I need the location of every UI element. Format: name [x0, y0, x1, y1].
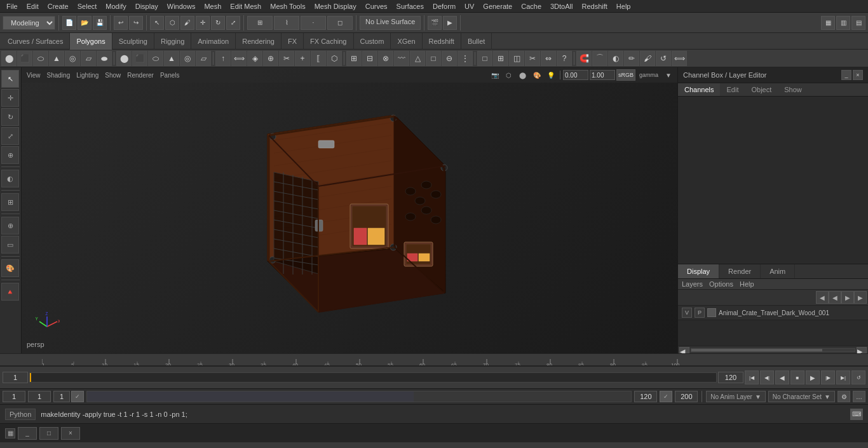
combine-btn[interactable]: ⊞: [346, 51, 362, 66]
viewport-renderer-menu[interactable]: Renderer: [125, 72, 156, 79]
select-btn[interactable]: ↖: [150, 16, 164, 30]
fill-btn[interactable]: ⬡: [327, 51, 342, 66]
subdiv-cube-btn[interactable]: ⬛: [132, 51, 147, 66]
render-btn[interactable]: 🎬: [428, 16, 442, 30]
insert-edge-btn[interactable]: +: [295, 51, 310, 66]
extrude-btn[interactable]: ↑: [215, 51, 231, 66]
menu-create[interactable]: Create: [44, 1, 72, 11]
hypershade-btn[interactable]: 🔺: [1, 283, 19, 301]
tab-fx-caching[interactable]: FX Caching: [304, 33, 353, 50]
frame-step-input[interactable]: [28, 391, 51, 402]
no-live-surface-btn[interactable]: No Live Surface: [360, 16, 421, 30]
tab-bullet[interactable]: Bullet: [461, 33, 492, 50]
lighting-btn2[interactable]: 💡: [545, 69, 557, 81]
menu-file[interactable]: File: [3, 1, 22, 11]
viewport-shading-menu[interactable]: Shading: [44, 72, 73, 79]
layer-scrollbar[interactable]: ◀ ▶: [678, 346, 868, 353]
playback-last-btn[interactable]: ▶|: [836, 370, 850, 384]
menu-deform[interactable]: Deform: [429, 1, 459, 11]
near-clip-input[interactable]: [590, 70, 615, 80]
win-close-btn[interactable]: ×: [61, 427, 80, 440]
retopo-btn[interactable]: ↺: [656, 51, 671, 66]
undo-btn[interactable]: ↩: [114, 16, 128, 30]
snap-point-btn[interactable]: ·: [301, 16, 326, 30]
disc-btn[interactable]: ⬬: [97, 51, 112, 66]
show-manip-btn[interactable]: ⊞: [1, 193, 19, 211]
viewport-lighting-menu[interactable]: Lighting: [74, 72, 101, 79]
cam-type-btn[interactable]: 📷: [489, 69, 501, 81]
merge-btn[interactable]: ⊕: [263, 51, 278, 66]
smooth-btn2[interactable]: ⬤: [517, 69, 529, 81]
options-link[interactable]: Options: [709, 280, 733, 288]
playback-back-btn[interactable]: ◀: [775, 370, 789, 384]
loop-btn[interactable]: ↺: [851, 370, 865, 384]
offset-edge-btn[interactable]: ⟦: [311, 51, 326, 66]
no-char-set-btn[interactable]: No Character Set ▼: [768, 391, 835, 402]
uv-proj-btn[interactable]: ◫: [509, 51, 524, 66]
cylinder-btn[interactable]: ⬭: [33, 51, 48, 66]
scrollbar-right-btn[interactable]: ▶: [857, 347, 867, 353]
paint-btn[interactable]: 🖌: [180, 16, 194, 30]
channels-tab[interactable]: Channels: [678, 83, 720, 96]
layers-link[interactable]: Layers: [682, 280, 703, 288]
viewport-panels-menu[interactable]: Panels: [158, 72, 182, 79]
uv-cut-btn[interactable]: ✂: [525, 51, 540, 66]
separate-btn[interactable]: ⊟: [362, 51, 377, 66]
cube-btn[interactable]: ⬛: [17, 51, 32, 66]
quad-btn[interactable]: □: [426, 51, 441, 66]
menu-uv[interactable]: UV: [461, 1, 478, 11]
deform2-btn[interactable]: ⌒: [592, 51, 607, 66]
playback-fwd-btn[interactable]: ▶: [806, 370, 820, 384]
save-scene-btn[interactable]: 💾: [93, 16, 107, 30]
layer-next2-btn[interactable]: ▶: [854, 291, 867, 304]
paint-weights-btn[interactable]: 🖌: [640, 51, 655, 66]
subdiv-torus-btn[interactable]: ◎: [180, 51, 195, 66]
bridge-btn[interactable]: ⟺: [231, 51, 247, 66]
current-frame-input[interactable]: [3, 372, 28, 383]
menu-select[interactable]: Select: [74, 1, 101, 11]
question-btn[interactable]: ?: [557, 51, 572, 66]
tab-rigging[interactable]: Rigging: [154, 33, 191, 50]
layout-btn1[interactable]: ▦: [821, 16, 835, 30]
layout-btn2[interactable]: ▥: [836, 16, 850, 30]
plane-btn[interactable]: ▱: [81, 51, 96, 66]
mirror-btn[interactable]: ⇔: [541, 51, 556, 66]
edit-tab[interactable]: Edit: [720, 83, 745, 96]
paint-effects-btn[interactable]: 🎨: [1, 259, 19, 277]
script-editor-btn[interactable]: ⌨: [850, 409, 863, 420]
menu-generate[interactable]: Generate: [479, 1, 516, 11]
layout-btn3[interactable]: ▤: [851, 16, 865, 30]
fov-input[interactable]: [563, 70, 588, 80]
viewport-view-menu[interactable]: View: [24, 72, 43, 79]
triangulate-btn[interactable]: △: [410, 51, 425, 66]
object-tab[interactable]: Object: [745, 83, 778, 96]
channel-box-close-btn[interactable]: ×: [853, 70, 863, 80]
rotate-btn[interactable]: ↻: [211, 16, 225, 30]
smooth-btn[interactable]: 〰: [394, 51, 409, 66]
color-settings-btn[interactable]: ▼: [662, 69, 675, 81]
tab-custom[interactable]: Custom: [354, 33, 391, 50]
move-tool-btn[interactable]: ✛: [1, 89, 19, 107]
menu-cache[interactable]: Cache: [517, 1, 545, 11]
menu-help[interactable]: Help: [613, 1, 635, 11]
uv-layout-btn[interactable]: ⊞: [493, 51, 508, 66]
display-tab[interactable]: Display: [678, 264, 719, 278]
menu-3dtall[interactable]: 3DtoAll: [546, 1, 576, 11]
layer-visibility-btn[interactable]: V: [682, 308, 692, 318]
scrollbar-thumb[interactable]: [691, 349, 822, 351]
menu-redshift[interactable]: Redshift: [578, 1, 611, 11]
wireframe-btn[interactable]: ⬡: [503, 69, 515, 81]
tab-sculpting[interactable]: Sculpting: [112, 33, 154, 50]
subdiv-cone-btn[interactable]: ▲: [164, 51, 179, 66]
open-scene-btn[interactable]: 📂: [78, 16, 92, 30]
layer-prev2-btn[interactable]: ◀: [829, 291, 841, 304]
playback-next-key-btn[interactable]: |▶: [821, 370, 835, 384]
lasso-btn[interactable]: ⬡: [165, 16, 179, 30]
symmesh-btn[interactable]: ⟺: [672, 51, 687, 66]
redo-btn[interactable]: ↪: [129, 16, 143, 30]
snap-grid-btn[interactable]: ⊞: [247, 16, 273, 30]
win-icon-btn[interactable]: ▦: [5, 428, 15, 438]
new-scene-btn[interactable]: 📄: [62, 16, 76, 30]
snap-surface-btn[interactable]: ◻: [327, 16, 353, 30]
key-step-checkbox[interactable]: ✓: [71, 391, 84, 402]
